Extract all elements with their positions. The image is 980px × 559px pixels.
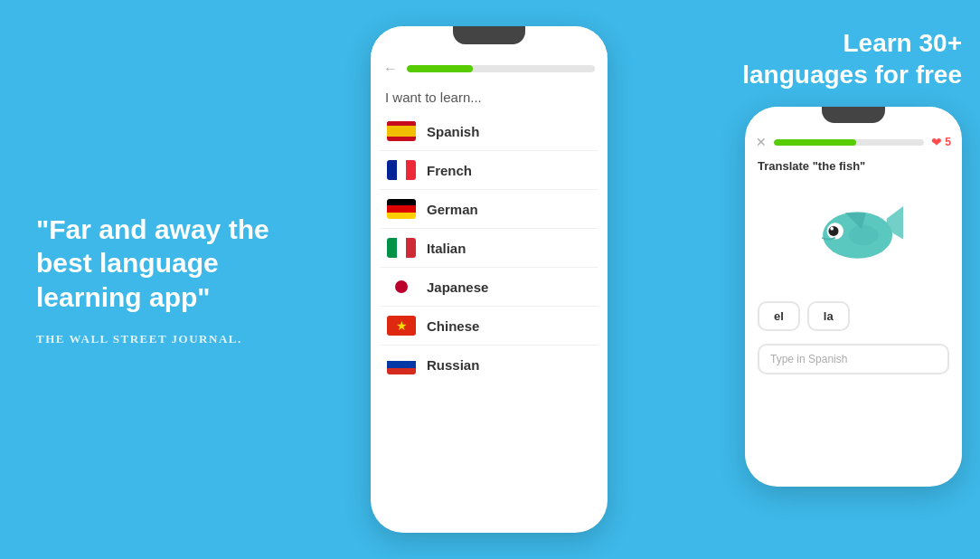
- flag-russian: [387, 355, 416, 374]
- lang-name-japanese: Japanese: [427, 280, 488, 295]
- list-item[interactable]: Spanish: [380, 112, 598, 151]
- back-arrow-icon[interactable]: ←: [383, 61, 398, 77]
- top-bar-right: ✕ ❤ 5: [745, 130, 962, 152]
- list-item[interactable]: Japanese: [380, 268, 598, 307]
- flag-italian: [387, 238, 416, 258]
- language-list: Spanish French German: [371, 112, 608, 384]
- list-item[interactable]: Italian: [380, 229, 598, 268]
- lang-name-chinese: Chinese: [427, 318, 479, 334]
- hearts-area: ❤ 5: [931, 135, 951, 149]
- right-panel: Learn 30+ languages for free ✕ ❤ 5 Trans…: [644, 0, 980, 559]
- option-la-button[interactable]: la: [807, 301, 850, 331]
- lang-name-russian: Russian: [427, 357, 479, 373]
- option-el-button[interactable]: el: [758, 301, 800, 331]
- lang-name-french: French: [427, 163, 472, 178]
- fish-illustration: [804, 194, 903, 276]
- top-bar-center: ←: [371, 55, 608, 81]
- svg-point-6: [849, 225, 879, 245]
- progress-bar-center: [407, 65, 595, 72]
- flag-german: [387, 199, 416, 219]
- progress-bar-right: [774, 139, 924, 146]
- quote-text: "Far and away the best language learning…: [36, 213, 298, 315]
- list-item[interactable]: Russian: [380, 346, 598, 384]
- answer-options: el la: [745, 294, 962, 338]
- phone-right: ✕ ❤ 5 Translate "the fish": [745, 107, 962, 487]
- type-in-spanish-input[interactable]: Type in Spanish: [758, 344, 949, 374]
- heart-icon: ❤: [931, 135, 942, 149]
- lang-name-spanish: Spanish: [427, 124, 479, 139]
- list-item[interactable]: German: [380, 190, 598, 229]
- japan-circle: [395, 280, 408, 293]
- left-panel: "Far and away the best language learning…: [0, 0, 335, 559]
- flag-spanish: [387, 121, 416, 141]
- notch-area-right: [745, 107, 962, 130]
- question-text: Translate "the fish": [745, 152, 962, 176]
- notch-right: [822, 107, 885, 123]
- hearts-count: 5: [945, 136, 951, 148]
- svg-point-4: [829, 226, 839, 236]
- flag-french: [387, 160, 416, 180]
- list-item[interactable]: ★ Chinese: [380, 307, 598, 346]
- learn-title: I want to learn...: [371, 81, 608, 112]
- svg-point-5: [830, 227, 834, 231]
- progress-fill-center: [407, 65, 473, 72]
- fish-area: [745, 176, 962, 294]
- right-title: Learn 30+ languages for free: [742, 27, 962, 90]
- lang-name-italian: Italian: [427, 241, 466, 256]
- flag-japanese: [387, 277, 416, 297]
- wsj-logo: THE WALL STREET JOURNAL.: [36, 332, 298, 346]
- phone-center: ← I want to learn... Spanish French: [371, 26, 608, 533]
- center-panel: ← I want to learn... Spanish French: [335, 0, 644, 559]
- flag-chinese: ★: [387, 316, 416, 336]
- progress-fill-right: [774, 139, 856, 146]
- list-item[interactable]: French: [380, 151, 598, 190]
- notch-area-center: [371, 26, 608, 55]
- lang-name-german: German: [427, 202, 478, 217]
- china-star: ★: [396, 318, 408, 333]
- close-icon[interactable]: ✕: [756, 135, 767, 149]
- notch-center: [453, 26, 525, 44]
